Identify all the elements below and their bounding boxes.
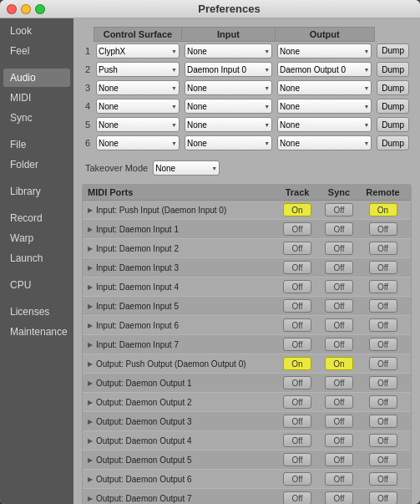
sidebar-item-feel[interactable]: Feel xyxy=(3,42,70,60)
close-button[interactable] xyxy=(7,4,17,14)
expand-arrow-icon[interactable]: ▶ xyxy=(88,245,93,252)
cs-surface-select-1[interactable]: Push xyxy=(96,62,180,77)
expand-arrow-icon[interactable]: ▶ xyxy=(88,495,93,502)
expand-arrow-icon[interactable]: ▶ xyxy=(88,399,93,406)
expand-arrow-icon[interactable]: ▶ xyxy=(88,437,93,445)
minimize-button[interactable] xyxy=(21,4,31,14)
dump-button-4[interactable]: Dump xyxy=(377,117,409,132)
midi-remote-button[interactable]: Off xyxy=(369,434,397,447)
midi-track-button[interactable]: On xyxy=(283,203,311,216)
cs-surface-select-5[interactable]: None xyxy=(96,135,180,150)
midi-sync-button[interactable]: Off xyxy=(325,318,353,332)
sidebar-item-library[interactable]: Library xyxy=(3,182,70,201)
midi-sync-button[interactable]: Off xyxy=(325,299,353,313)
midi-remote-button[interactable]: Off xyxy=(369,222,397,236)
midi-sync-button[interactable]: Off xyxy=(325,376,353,389)
midi-sync-button[interactable]: Off xyxy=(325,434,353,447)
sidebar-item-midi[interactable]: MIDI xyxy=(3,89,70,107)
midi-track-button[interactable]: Off xyxy=(283,299,311,313)
midi-track-button[interactable]: Off xyxy=(283,472,311,486)
cs-output-select-1[interactable]: Daemon Output 0 xyxy=(277,62,372,77)
cs-input-select-4[interactable]: None xyxy=(185,117,272,132)
midi-remote-button[interactable]: Off xyxy=(369,280,397,293)
midi-track-button[interactable]: On xyxy=(283,357,311,370)
dump-button-1[interactable]: Dump xyxy=(377,62,409,77)
midi-sync-button[interactable]: Off xyxy=(325,222,353,236)
cs-input-select-2[interactable]: None xyxy=(185,80,272,95)
midi-sync-button[interactable]: Off xyxy=(325,203,353,216)
cs-surface-select-0[interactable]: ClyphX xyxy=(96,43,180,59)
cs-output-select-5[interactable]: None xyxy=(277,135,372,150)
midi-track-button[interactable]: Off xyxy=(283,395,311,409)
cs-surface-select-4[interactable]: None xyxy=(96,117,180,132)
expand-arrow-icon[interactable]: ▶ xyxy=(88,476,93,483)
expand-arrow-icon[interactable]: ▶ xyxy=(88,303,93,310)
cs-input-select-1[interactable]: Daemon Input 0 xyxy=(185,62,272,77)
cs-surface-select-2[interactable]: None xyxy=(96,80,180,95)
expand-arrow-icon[interactable]: ▶ xyxy=(88,379,93,387)
expand-arrow-icon[interactable]: ▶ xyxy=(88,341,93,349)
midi-remote-button[interactable]: On xyxy=(369,203,397,216)
expand-arrow-icon[interactable]: ▶ xyxy=(88,322,93,329)
midi-sync-button[interactable]: Off xyxy=(325,338,353,351)
midi-sync-button[interactable]: Off xyxy=(325,261,353,274)
midi-remote-button[interactable]: Off xyxy=(369,491,397,504)
sidebar-item-maintenance[interactable]: Maintenance xyxy=(3,323,70,341)
cs-input-select-5[interactable]: None xyxy=(185,135,272,150)
midi-sync-button[interactable]: On xyxy=(325,357,353,370)
dump-button-2[interactable]: Dump xyxy=(377,80,409,95)
maximize-button[interactable] xyxy=(35,4,45,14)
dump-button-3[interactable]: Dump xyxy=(377,99,409,114)
midi-track-button[interactable]: Off xyxy=(283,280,311,293)
midi-track-button[interactable]: Off xyxy=(283,491,311,504)
cs-input-select-0[interactable]: None xyxy=(185,43,272,59)
sidebar-item-sync[interactable]: Sync xyxy=(3,109,70,127)
midi-sync-button[interactable]: Off xyxy=(325,453,353,466)
midi-remote-button[interactable]: Off xyxy=(369,415,397,428)
midi-sync-button[interactable]: Off xyxy=(325,280,353,293)
sidebar-item-record[interactable]: Record xyxy=(3,209,70,227)
cs-input-select-3[interactable]: None xyxy=(185,99,272,114)
midi-sync-button[interactable]: Off xyxy=(325,491,353,504)
expand-arrow-icon[interactable]: ▶ xyxy=(88,264,93,272)
midi-track-button[interactable]: Off xyxy=(283,261,311,274)
cs-output-select-3[interactable]: None xyxy=(277,99,372,114)
sidebar-item-audio[interactable]: Audio xyxy=(3,69,70,87)
midi-remote-button[interactable]: Off xyxy=(369,376,397,389)
sidebar-item-licenses[interactable]: Licenses xyxy=(3,303,70,321)
midi-sync-button[interactable]: Off xyxy=(325,415,353,428)
expand-arrow-icon[interactable]: ▶ xyxy=(88,283,93,291)
midi-remote-button[interactable]: Off xyxy=(369,261,397,274)
midi-track-button[interactable]: Off xyxy=(283,453,311,466)
cs-output-select-0[interactable]: None xyxy=(277,43,372,59)
dump-button-5[interactable]: Dump xyxy=(377,135,409,150)
midi-track-button[interactable]: Off xyxy=(283,434,311,447)
sidebar-item-look[interactable]: Look xyxy=(3,22,70,40)
midi-track-button[interactable]: Off xyxy=(283,415,311,428)
midi-remote-button[interactable]: Off xyxy=(369,338,397,351)
midi-track-button[interactable]: Off xyxy=(283,376,311,389)
expand-arrow-icon[interactable]: ▶ xyxy=(88,226,93,233)
takeover-select[interactable]: None Value Scaling Pickup xyxy=(153,160,220,176)
sidebar-item-launch[interactable]: Launch xyxy=(3,249,70,267)
dump-button-0[interactable]: Dump xyxy=(377,43,409,59)
midi-track-button[interactable]: Off xyxy=(283,338,311,351)
cs-output-select-4[interactable]: None xyxy=(277,117,372,132)
cs-surface-select-3[interactable]: None xyxy=(96,99,180,114)
midi-remote-button[interactable]: Off xyxy=(369,299,397,313)
midi-track-button[interactable]: Off xyxy=(283,318,311,332)
midi-sync-button[interactable]: Off xyxy=(325,472,353,486)
sidebar-item-file[interactable]: File xyxy=(3,135,70,154)
expand-arrow-icon[interactable]: ▶ xyxy=(88,418,93,425)
midi-sync-button[interactable]: Off xyxy=(325,395,353,409)
sidebar-item-folder[interactable]: Folder xyxy=(3,155,70,174)
midi-sync-button[interactable]: Off xyxy=(325,242,353,255)
sidebar-item-warp[interactable]: Warp xyxy=(3,229,70,247)
sidebar-item-cpu[interactable]: CPU xyxy=(3,276,70,294)
midi-track-button[interactable]: Off xyxy=(283,222,311,236)
cs-output-select-2[interactable]: None xyxy=(277,80,372,95)
midi-remote-button[interactable]: Off xyxy=(369,472,397,486)
expand-arrow-icon[interactable]: ▶ xyxy=(88,206,93,214)
midi-remote-button[interactable]: Off xyxy=(369,318,397,332)
midi-remote-button[interactable]: Off xyxy=(369,395,397,409)
